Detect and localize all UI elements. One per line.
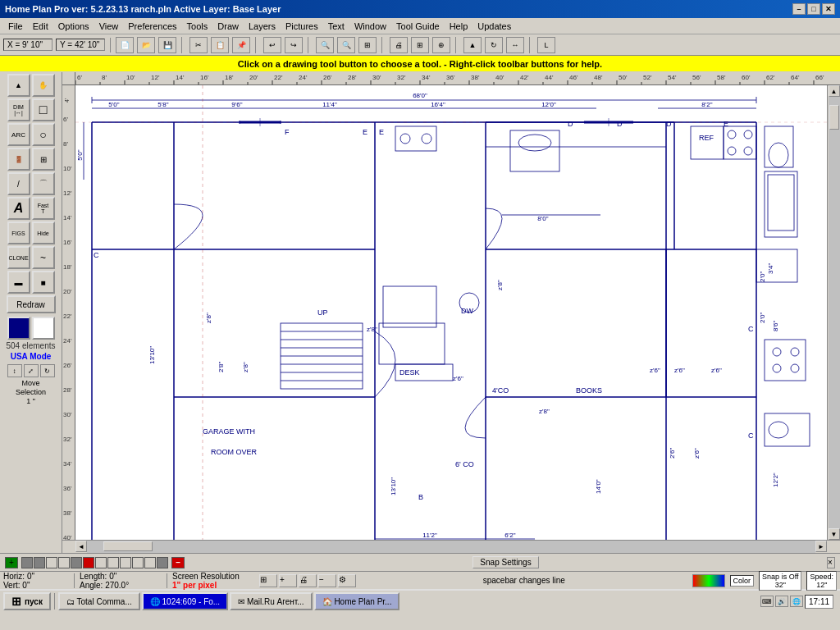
snap-btn-red[interactable] — [83, 557, 94, 568]
vertical-scrollbar[interactable]: ▲ ▼ — [827, 85, 840, 540]
menu-pictures[interactable]: Pictures — [281, 20, 323, 33]
start-button[interactable]: ⊞ пуск — [3, 592, 51, 610]
menu-preferences[interactable]: Preferences — [123, 20, 181, 33]
horizontal-scrollbar[interactable]: ◄ ► — [75, 541, 827, 553]
snap-btn-6[interactable] — [95, 557, 107, 568]
toolbar-undo[interactable]: ↩ — [263, 37, 281, 53]
redraw-button[interactable]: Redraw — [7, 295, 56, 313]
menu-text[interactable]: Text — [323, 20, 349, 33]
toolbar-zoom-fit[interactable]: ⊞ — [358, 37, 377, 53]
color-swatch-white[interactable] — [32, 317, 55, 340]
menu-help[interactable]: Help — [445, 20, 473, 33]
tool-figures[interactable]: FIGS — [7, 221, 30, 244]
rotate-icon[interactable]: ↻ — [40, 364, 55, 377]
maximize-button[interactable]: □ — [807, 3, 820, 15]
drawing-canvas[interactable]: .plan-line { stroke: #000080; stroke-wid… — [75, 85, 827, 540]
toolbar-open[interactable]: 📂 — [137, 37, 155, 53]
menu-window[interactable]: Window — [349, 20, 391, 33]
tool-polyline[interactable]: ⌒ — [32, 172, 55, 195]
tool-clone[interactable]: CLONE — [7, 246, 30, 269]
zoom-custom-btn[interactable]: ⚙ — [338, 574, 356, 587]
scroll-track-h[interactable] — [87, 541, 815, 553]
tool-spline[interactable]: ~ — [32, 246, 55, 269]
toolbar-zoom-in[interactable]: 🔍 — [316, 37, 334, 53]
toolbar-grid[interactable]: ⊞ — [411, 37, 429, 53]
close-button[interactable]: ✕ — [822, 3, 835, 15]
snap-btn-9[interactable] — [132, 557, 144, 568]
tool-wall-box[interactable]: ■ — [32, 271, 55, 294]
tool-dim[interactable]: DIM|↔| — [7, 98, 30, 121]
toolbar-mirror[interactable]: ↔ — [506, 37, 524, 53]
toolbar-rotate[interactable]: ↻ — [485, 37, 503, 53]
zoom-fit-btn[interactable]: ⊞ — [259, 574, 277, 587]
menu-toolguide[interactable]: Tool Guide — [391, 20, 445, 33]
taskbar-homeplan[interactable]: 🏠 Home Plan Pr... — [314, 592, 400, 610]
toolbar-select[interactable]: ▲ — [463, 37, 482, 53]
stretch-icon[interactable]: ⤢ — [24, 364, 39, 377]
snap-close-button[interactable]: × — [827, 557, 835, 568]
tool-rect[interactable]: □ — [32, 98, 55, 121]
zoom-in-btn[interactable]: + — [279, 574, 297, 587]
scroll-up-button[interactable]: ▲ — [829, 85, 840, 97]
scroll-left-button[interactable]: ◄ — [75, 541, 87, 552]
scroll-right-button[interactable]: ► — [815, 541, 827, 552]
menu-edit[interactable]: Edit — [28, 20, 53, 33]
tool-fast-text[interactable]: FastT — [32, 197, 55, 220]
tool-line[interactable]: / — [7, 172, 30, 195]
taskbar-browser[interactable]: 🌐 1024:609 - Fo... — [142, 592, 228, 610]
tool-wall-h[interactable]: ▬ — [7, 271, 30, 294]
scroll-track-v[interactable] — [829, 97, 840, 528]
taskbar-mail[interactable]: ✉ Mail.Ru Агент... — [230, 592, 312, 610]
snap-remove-button[interactable]: – — [171, 557, 185, 568]
taskbar-total[interactable]: 🗂 Total Comma... — [58, 592, 140, 610]
tool-door[interactable]: 🚪 — [7, 148, 30, 171]
minimize-button[interactable]: – — [792, 3, 806, 15]
tool-arc[interactable]: ARC — [7, 123, 30, 146]
toolbar-print[interactable]: 🖨 — [390, 37, 408, 53]
toolbar-paste[interactable]: 📌 — [232, 37, 250, 53]
toolbar-cut[interactable]: ✂ — [189, 37, 208, 53]
snap-settings-button[interactable]: Snap Settings — [472, 556, 538, 568]
scroll-thumb-h[interactable] — [103, 541, 153, 551]
tool-hide[interactable]: Hide — [32, 221, 55, 244]
color-label[interactable]: Color — [730, 575, 755, 587]
menu-tools[interactable]: Tools — [182, 20, 213, 33]
toolbar-zoom-out[interactable]: 🔍 — [337, 37, 355, 53]
move-icon[interactable]: ↕ — [7, 364, 22, 377]
menu-view[interactable]: View — [94, 20, 124, 33]
snap-add-button[interactable]: + — [5, 557, 18, 568]
snap-btn-5[interactable] — [71, 557, 82, 568]
snap-btn-1[interactable] — [21, 557, 33, 568]
toolbar-layer[interactable]: L — [537, 37, 555, 53]
tool-select-arrow[interactable]: ▲ — [7, 74, 30, 97]
tray-icon-1[interactable]: ⌨ — [760, 596, 774, 607]
snap-btn-4[interactable] — [58, 557, 70, 568]
tool-pan[interactable]: ✋ — [32, 74, 55, 97]
zoom-out-btn[interactable]: − — [318, 574, 336, 587]
toolbar-copy[interactable]: 📋 — [211, 37, 229, 53]
scroll-thumb-v[interactable] — [829, 105, 839, 130]
snap-btn-7[interactable] — [107, 557, 119, 568]
scroll-down-button[interactable]: ▼ — [829, 528, 840, 540]
tool-circle[interactable]: ○ — [32, 123, 55, 146]
menu-file[interactable]: File — [3, 20, 28, 33]
tray-icon-3[interactable]: 🌐 — [790, 596, 803, 607]
toolbar-snap[interactable]: ⊕ — [432, 37, 450, 53]
tool-text[interactable]: A — [7, 197, 30, 220]
menu-layers[interactable]: Layers — [244, 20, 281, 33]
snap-btn-3[interactable] — [46, 557, 57, 568]
zoom-print-btn[interactable]: 🖨 — [299, 574, 317, 587]
toolbar-redo[interactable]: ↪ — [285, 37, 303, 53]
color-swatch-blue[interactable] — [7, 317, 30, 340]
snap-btn-2[interactable] — [34, 557, 45, 568]
menu-options[interactable]: Options — [53, 20, 94, 33]
snap-btn-8[interactable] — [120, 557, 131, 568]
toolbar-save[interactable]: 💾 — [158, 37, 176, 53]
menu-updates[interactable]: Updates — [472, 20, 516, 33]
tool-window[interactable]: ⊞ — [32, 148, 55, 171]
snap-btn-11[interactable] — [157, 557, 168, 568]
snap-btn-10[interactable] — [144, 557, 156, 568]
toolbar-new[interactable]: 📄 — [116, 37, 134, 53]
menu-draw[interactable]: Draw — [212, 20, 244, 33]
tray-icon-2[interactable]: 🔊 — [775, 596, 788, 607]
